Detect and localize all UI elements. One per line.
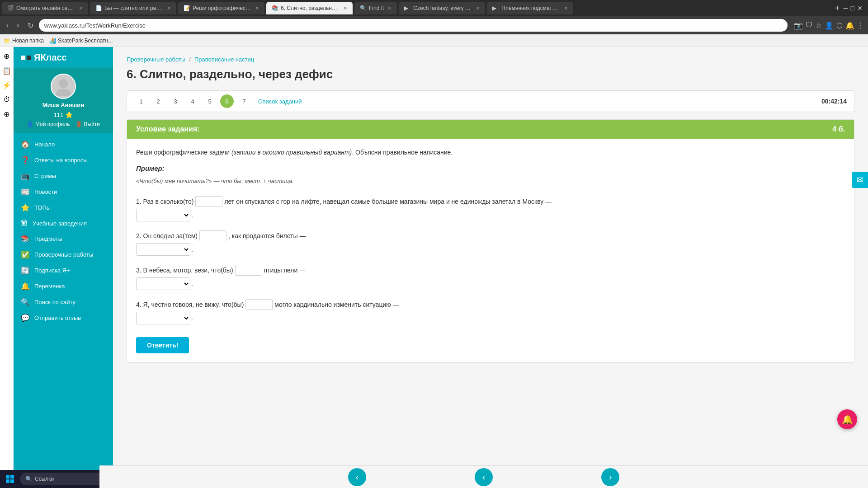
task-4-period: . (191, 312, 193, 324)
email-widget[interactable]: ✉ (852, 172, 868, 188)
profile-link[interactable]: 👤 Мой профиль (27, 121, 70, 127)
task-1-label: 1. Раз в сколько(то) (136, 195, 193, 208)
strip-icon-3[interactable]: ⚡ (1, 80, 12, 90)
bottom-next-button[interactable]: › (601, 468, 619, 486)
task-number-6[interactable]: 6 (220, 94, 234, 108)
sidebar-item-предметы[interactable]: 📚Предметы (14, 231, 113, 247)
logout-icon: 🚪 (75, 121, 82, 127)
svg-rect-5 (10, 479, 14, 483)
task-3-input[interactable] (235, 265, 262, 276)
user-points: 111 ⭐ (54, 111, 73, 118)
user-avatar (51, 74, 76, 99)
browser-tab-0[interactable]: 🎬Смотреть онлайн сериал...✕ (2, 2, 88, 14)
tab-bar: 🎬Смотреть онлайн сериал...✕📄Бы — слитно … (0, 0, 868, 16)
bookmark-skatepark[interactable]: 🏄 SkatePark Бесплатн... (49, 38, 113, 44)
browser-tab-2[interactable]: 📝Реши орфографические ...✕ (178, 2, 264, 14)
sidebar-item-проверочные-работы[interactable]: ✅Проверочные работы (14, 247, 113, 263)
nav-label-7: Проверочные работы (34, 251, 93, 258)
nav-icon-0: 🏠 (21, 140, 30, 149)
taskbar-search[interactable]: 🔍 Ссылки (20, 473, 110, 485)
logout-link[interactable]: 🚪 Выйти (75, 121, 100, 127)
browser-tab-1[interactable]: 📄Бы — слитно или раздел...✕ (90, 2, 176, 14)
nav-icon-7: ✅ (21, 250, 30, 259)
task-number-3[interactable]: 3 (169, 94, 182, 108)
nav-icon-11: 💬 (21, 314, 30, 322)
nav-label-10: Поиск по сайту (34, 299, 75, 305)
task-1-select-row: . (136, 209, 845, 221)
task-2-select[interactable] (136, 243, 190, 256)
task-1-period: . (191, 209, 193, 221)
exercise-body: Реши орфографические задачи (запиши в ок… (127, 139, 854, 362)
task-number-1[interactable]: 1 (134, 94, 148, 108)
bookmark-icon[interactable]: ☆ (816, 21, 822, 30)
user-links: 👤 Мой профиль 🚪 Выйти (27, 121, 100, 127)
sidebar-item-учебные-заведения[interactable]: 🏛Учебные заведения (14, 216, 113, 231)
strip-icon-2[interactable]: 📋 (1, 65, 12, 76)
sidebar-item-переменка[interactable]: 🔔Переменка (14, 278, 113, 294)
start-button[interactable] (2, 471, 18, 487)
task-3-select-row: . (136, 277, 845, 290)
submit-button[interactable]: Ответить! (136, 337, 189, 353)
sidebar-item-поиск-по-сайту[interactable]: 🔍Поиск по сайту (14, 294, 113, 310)
browser-tab-3[interactable]: 📚6. Слитно, раздельно, чер...✕ (266, 2, 353, 14)
address-input[interactable] (39, 19, 788, 32)
nav-icon-5: 🏛 (21, 219, 28, 227)
task-number-4[interactable]: 4 (186, 94, 199, 108)
sidebar-item-новости[interactable]: 📰Новости (14, 184, 113, 200)
strip-icon-4[interactable]: ⏱ (1, 94, 12, 105)
task-item-4: 4. Я, честно говоря, не вижу, что(бы) мо… (136, 298, 845, 324)
task-1-select[interactable] (136, 209, 190, 221)
new-tab-button[interactable]: + (831, 4, 844, 13)
browser-tab-4[interactable]: 🔍Find It✕ (354, 2, 397, 14)
nav-icon-4: ⭐ (21, 203, 30, 212)
sidebar-item-топы[interactable]: ⭐ТОПы (14, 200, 113, 216)
camera-icon[interactable]: 📷 (794, 21, 803, 30)
strip-icon-1[interactable]: ⊕ (1, 51, 12, 61)
task-2-period: . (191, 243, 193, 256)
task-4-row: 4. Я, честно говоря, не вижу, что(бы) мо… (136, 298, 845, 311)
sidebar-header: ЯКласс (14, 47, 113, 68)
task-number-5[interactable]: 5 (203, 94, 217, 108)
example-text: «Что(бы) мне почитать?» — что бы, мест. … (136, 177, 845, 186)
notification-bell[interactable]: 🔔 (837, 409, 857, 429)
nav-icon-2: 📺 (21, 172, 30, 180)
menu-icon[interactable]: ⋮ (857, 21, 864, 30)
close-button[interactable]: ✕ (857, 5, 863, 12)
refresh-button[interactable]: ↻ (25, 19, 36, 32)
bookmark-new-folder[interactable]: 📁 Новая папка (4, 38, 44, 44)
minimize-button[interactable]: ─ (844, 5, 848, 12)
maximize-button[interactable]: □ (851, 5, 854, 12)
content-area: Проверочные работы / Правописание частиц… (113, 47, 868, 470)
sidebar-item-подписка-я+[interactable]: 🔄Подписка Я+ (14, 263, 113, 278)
extensions-icon[interactable]: ⬡ (836, 21, 843, 30)
profile-icon[interactable]: 👤 (825, 21, 834, 30)
breadcrumb-parent[interactable]: Проверочные работы (127, 56, 185, 63)
notifications-icon[interactable]: 🔔 (845, 21, 854, 30)
bottom-prev-button[interactable]: ‹ (348, 468, 366, 486)
sidebar-item-стримы[interactable]: 📺Стримы (14, 168, 113, 184)
sidebar-item-отправить-отзыв[interactable]: 💬Отправить отзыв (14, 310, 113, 326)
task-number-7[interactable]: 7 (237, 94, 251, 108)
task-1-input[interactable] (195, 196, 222, 207)
task-2-label: 2. Он следил за(тем) (136, 230, 198, 242)
browser-tab-5[interactable]: ▶Czech fantasy, every hole...✕ (399, 2, 485, 14)
bottom-mid-button[interactable]: ‹ (475, 468, 493, 486)
breadcrumb-current[interactable]: Правописание частиц (194, 56, 254, 63)
task-number-2[interactable]: 2 (151, 94, 165, 108)
back-button[interactable]: ‹ (4, 19, 11, 31)
forward-button[interactable]: › (14, 19, 22, 31)
task-4-select[interactable] (136, 312, 190, 324)
task-2-input[interactable] (199, 230, 226, 241)
page-title: 6. Слитно, раздельно, через дефис (127, 67, 854, 81)
task-list-link[interactable]: Список заданий (258, 98, 302, 105)
sidebar-item-начало[interactable]: 🏠Начало (14, 136, 113, 152)
task-3-select[interactable] (136, 277, 190, 290)
breadcrumb: Проверочные работы / Правописание частиц (127, 56, 854, 63)
shield-icon[interactable]: 🛡 (806, 21, 813, 29)
task-4-input[interactable] (245, 299, 273, 310)
sidebar-item-ответы-на-вопросы[interactable]: ❓Ответы на вопросы (14, 152, 113, 168)
exercise-card: Условие задания: 4 б. Реши орфографическ… (127, 119, 854, 363)
browser-tab-6[interactable]: ▶Племянник подсматривa...✕ (487, 2, 573, 14)
strip-icon-5[interactable]: ⊕ (1, 108, 12, 119)
sidebar-nav: 🏠Начало❓Ответы на вопросы📺Стримы📰Новости… (14, 133, 113, 329)
